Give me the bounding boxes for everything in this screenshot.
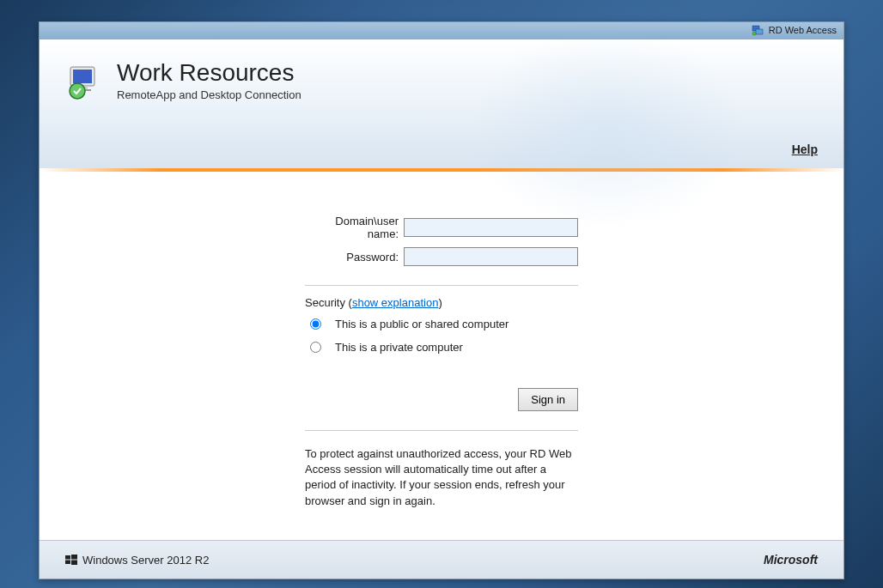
radio-public-row: This is a public or shared computer	[305, 318, 578, 330]
logo-section: Work Resources RemoteApp and Desktop Con…	[65, 57, 818, 103]
radio-private-computer[interactable]	[310, 342, 321, 353]
divider-2	[305, 430, 578, 431]
signin-row: Sign in	[305, 388, 578, 411]
title-group: Work Resources RemoteApp and Desktop Con…	[117, 59, 301, 101]
content-area: Domain\user name: Password: Security (sh…	[40, 172, 843, 526]
password-row: Password:	[305, 247, 578, 266]
protect-text: To protect against unauthorized access, …	[305, 446, 578, 509]
security-prefix: Security (	[305, 296, 352, 309]
top-bar: RD Web Access	[40, 22, 843, 39]
signin-button[interactable]: Sign in	[518, 388, 578, 411]
password-label: Password:	[305, 251, 404, 264]
microsoft-logo: Microsoft	[764, 553, 818, 567]
radio-public-computer[interactable]	[310, 318, 321, 330]
remoteapp-logo-icon	[65, 62, 107, 103]
radio-public-label: This is a public or shared computer	[335, 318, 508, 330]
windows-server-label-group: Windows Server 2012 R2	[65, 554, 209, 567]
login-form: Domain\user name: Password: Security (sh…	[305, 215, 578, 509]
svg-point-2	[752, 32, 756, 35]
username-row: Domain\user name:	[305, 215, 578, 240]
page-title: Work Resources	[117, 59, 301, 87]
rd-web-access-icon	[752, 24, 764, 38]
radio-private-label: This is a private computer	[335, 341, 463, 354]
main-panel: RD Web Access Work Resources RemoteApp a…	[39, 21, 844, 579]
svg-rect-4	[73, 70, 92, 83]
divider	[305, 285, 578, 286]
top-bar-label: RD Web Access	[769, 25, 837, 35]
page-subtitle: RemoteApp and Desktop Connection	[117, 88, 301, 101]
svg-point-7	[70, 83, 85, 99]
windows-server-text: Windows Server 2012 R2	[82, 554, 209, 567]
header-area: Work Resources RemoteApp and Desktop Con…	[40, 39, 843, 168]
svg-rect-1	[756, 29, 763, 34]
svg-rect-9	[71, 555, 77, 560]
footer-bar: Windows Server 2012 R2 Microsoft	[40, 540, 843, 579]
radio-private-row: This is a private computer	[305, 341, 578, 354]
show-explanation-link[interactable]: show explanation	[352, 296, 438, 309]
security-suffix: )	[438, 296, 442, 309]
password-input[interactable]	[404, 247, 578, 266]
svg-rect-10	[65, 561, 70, 565]
security-heading: Security (show explanation)	[305, 296, 578, 309]
windows-logo-icon	[65, 554, 77, 566]
svg-rect-11	[71, 561, 77, 566]
username-input[interactable]	[404, 218, 578, 237]
username-label: Domain\user name:	[305, 215, 404, 240]
svg-rect-8	[65, 555, 70, 560]
help-link[interactable]: Help	[792, 142, 818, 156]
